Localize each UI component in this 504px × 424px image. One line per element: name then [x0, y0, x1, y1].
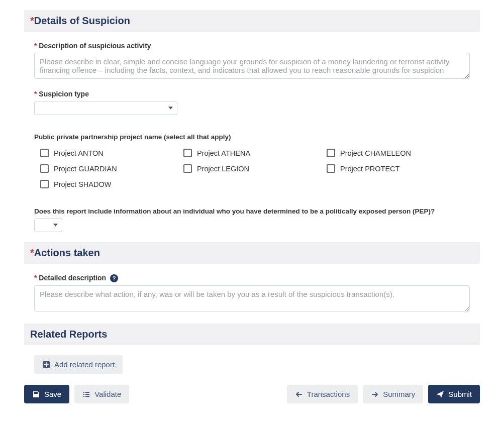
button-label: Summary: [383, 390, 415, 398]
checkbox-label: Project PROTECT: [340, 165, 399, 173]
checkbox-label: Project GUARDIAN: [54, 165, 117, 173]
save-icon: [32, 390, 40, 398]
button-label: Submit: [448, 390, 472, 398]
suspicion-type-label: * Suspicion type: [34, 90, 470, 98]
ppp-label: Public private partnership project name …: [34, 133, 470, 141]
summary-button[interactable]: Summary: [363, 385, 423, 403]
checkbox-label: Project ATHENA: [197, 149, 250, 157]
description-label: * Description of suspicious activity: [34, 42, 470, 50]
add-related-report-button[interactable]: Add related report: [34, 355, 123, 374]
button-label: Transactions: [307, 390, 350, 398]
checkbox-label: Project SHADOW: [54, 180, 111, 188]
arrow-left-icon: [295, 390, 303, 398]
pep-select[interactable]: [34, 218, 62, 232]
required-asterisk: *: [30, 247, 34, 258]
checkbox-label: Project CHAMELEON: [340, 149, 411, 157]
checkbox-project-athena[interactable]: Project ATHENA: [183, 149, 327, 157]
checkbox-label: Project ANTON: [54, 149, 104, 157]
help-icon[interactable]: ?: [110, 274, 118, 282]
save-button[interactable]: Save: [24, 385, 69, 403]
checkbox-project-guardian[interactable]: Project GUARDIAN: [40, 164, 183, 173]
pep-label: Does this report include information abo…: [34, 207, 470, 215]
paper-plane-icon: [436, 390, 444, 398]
section-header-suspicion: *Details of Suspicion: [24, 10, 480, 32]
checkbox-icon[interactable]: [183, 149, 192, 157]
checkbox-icon[interactable]: [327, 149, 335, 157]
submit-button[interactable]: Submit: [428, 385, 480, 403]
checkbox-label: Project LEGION: [197, 165, 249, 173]
section-title-text: Related Reports: [30, 329, 107, 340]
toolbar: Save Validate Transactions Summary Sub: [24, 385, 480, 403]
section-header-related: Related Reports: [24, 324, 480, 345]
detailed-description-label: * Detailed description ?: [34, 274, 470, 282]
detailed-description-textarea[interactable]: [34, 285, 470, 311]
checkbox-icon[interactable]: [183, 164, 192, 173]
checkbox-project-shadow[interactable]: Project SHADOW: [40, 180, 183, 188]
arrow-right-icon: [371, 390, 379, 398]
section-title-related: Related Reports: [30, 329, 474, 340]
section-title-text: Details of Suspicion: [34, 15, 130, 26]
checkbox-project-legion[interactable]: Project LEGION: [183, 164, 327, 173]
section-title-suspicion: *Details of Suspicion: [30, 15, 474, 27]
checkbox-icon[interactable]: [40, 164, 49, 173]
section-title-text: Actions taken: [34, 247, 100, 258]
button-label: Validate: [94, 390, 121, 398]
validate-button[interactable]: Validate: [74, 385, 129, 403]
transactions-button[interactable]: Transactions: [287, 385, 358, 403]
section-title-actions: *Actions taken: [30, 247, 474, 259]
description-textarea[interactable]: [34, 53, 470, 79]
required-asterisk: *: [30, 15, 34, 26]
section-header-actions: *Actions taken: [24, 242, 480, 264]
checkbox-project-protect[interactable]: Project PROTECT: [327, 164, 470, 173]
suspicion-type-select[interactable]: [34, 101, 177, 115]
checkbox-icon[interactable]: [327, 164, 335, 173]
checkbox-icon[interactable]: [40, 149, 49, 157]
button-label: Save: [44, 390, 61, 398]
button-label: Add related report: [54, 360, 115, 369]
checkbox-icon[interactable]: [40, 180, 49, 188]
plus-square-icon: [42, 361, 50, 369]
checkbox-project-anton[interactable]: Project ANTON: [40, 149, 183, 157]
list-check-icon: [82, 390, 90, 398]
checkbox-project-chameleon[interactable]: Project CHAMELEON: [327, 149, 470, 157]
